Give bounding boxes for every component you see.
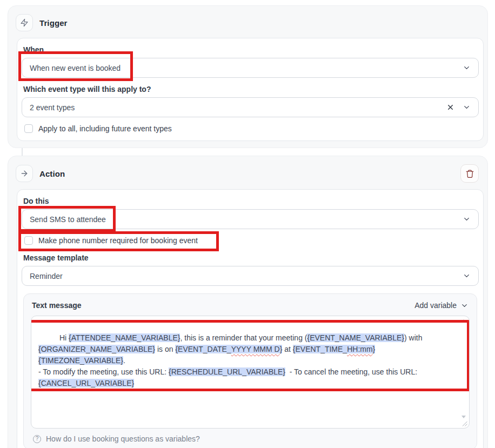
- text-message-panel: Text message Add variable Hi {ATTENDEE_N…: [23, 293, 477, 448]
- zap-icon: [20, 18, 29, 27]
- trigger-card-header: Trigger: [8, 6, 487, 38]
- resize-handle[interactable]: [462, 421, 467, 426]
- template-variable: {ATTENDEE_NAME_VARIABLE}: [69, 333, 180, 342]
- when-select-value: When new event is booked: [30, 64, 463, 72]
- message-textarea[interactable]: Hi {ATTENDEE_NAME_VARIABLE}, this is a r…: [31, 316, 470, 429]
- scrollbar-down-arrow[interactable]: [461, 416, 466, 418]
- text-message-label: Text message: [32, 301, 82, 310]
- event-type-select[interactable]: 2 event types: [22, 97, 479, 117]
- text-message-header: Text message Add variable: [31, 299, 470, 316]
- when-select[interactable]: When new event is booked: [22, 58, 479, 78]
- message-text: , this is a reminder that your meeting (: [180, 333, 307, 342]
- message-text: - To cancel the meeting, use this URL:: [285, 367, 417, 376]
- action-title: Action: [39, 169, 65, 178]
- when-label: When: [23, 45, 479, 54]
- template-label: Message template: [23, 253, 479, 262]
- add-variable-label: Add variable: [414, 301, 457, 310]
- question-circle-icon: ?: [33, 435, 41, 443]
- chevron-down-icon: [463, 272, 471, 280]
- help-link-label: How do I use booking questions as variab…: [46, 434, 200, 443]
- template-select-value: Reminder: [30, 272, 463, 280]
- event-type-label: Which event type will this apply to?: [23, 85, 479, 93]
- apply-all-row: Apply to all, including future event typ…: [22, 122, 479, 135]
- template-variable: {ORGANIZER_NAME_VARIABLE}: [38, 345, 155, 353]
- action-card: Action Do this Send SMS to attendee: [8, 156, 488, 448]
- arrow-right-icon: [20, 169, 29, 178]
- message-text: ) with: [404, 333, 422, 342]
- message-text: [375, 345, 377, 353]
- template-variable: {TIMEZONE_VARIABLE}: [38, 356, 123, 365]
- message-content: Hi {ATTENDEE_NAME_VARIABLE}, this is a r…: [38, 333, 422, 387]
- message-text: - To modify the meeting, use this URL:: [38, 367, 169, 376]
- add-variable-button[interactable]: Add variable: [414, 301, 469, 310]
- template-variable: {CANCEL_URL_VARIABLE}: [38, 379, 134, 387]
- chevron-down-icon: [460, 302, 469, 310]
- trigger-form: When When new event is booked Which even…: [17, 38, 484, 141]
- template-variable: {EVENT_NAME_VARIABLE}: [307, 333, 404, 342]
- action-card-header: Action: [8, 156, 487, 189]
- template-variable: {RESCHEDULE_URL_VARIABLE}: [169, 367, 285, 376]
- template-variable: {EVENT_TIME_HH:mm}: [293, 345, 376, 353]
- message-text: .: [123, 356, 125, 365]
- do-this-select-value: Send SMS to attendee: [30, 215, 463, 224]
- do-this-select[interactable]: Send SMS to attendee: [22, 209, 479, 229]
- workflow-editor: Trigger When When new event is booked Wh…: [0, 0, 495, 448]
- template-variable: {EVENT_DATE_YYYY MMM D}: [175, 345, 282, 353]
- chevron-down-icon: [463, 64, 471, 72]
- trigger-badge: [16, 14, 33, 31]
- help-link[interactable]: ? How do I use booking questions as vari…: [31, 429, 470, 445]
- apply-all-checkbox[interactable]: [24, 124, 33, 133]
- card-connector-line: [22, 148, 23, 156]
- template-select[interactable]: Reminder: [22, 266, 479, 286]
- chevron-down-icon: [463, 103, 471, 111]
- do-this-label: Do this: [23, 197, 479, 205]
- chevron-down-icon: [463, 215, 471, 223]
- delete-action-button[interactable]: [460, 164, 479, 183]
- action-form: Do this Send SMS to attendee Make phone …: [17, 189, 484, 448]
- trigger-card: Trigger When When new event is booked Wh…: [8, 5, 488, 148]
- phone-required-row: Make phone number required for booking e…: [22, 234, 479, 247]
- trigger-title: Trigger: [39, 18, 68, 28]
- message-text: is on: [155, 345, 175, 353]
- apply-all-label: Apply to all, including future event typ…: [38, 124, 172, 133]
- scrollbar-up-arrow[interactable]: [461, 319, 466, 322]
- phone-required-label: Make phone number required for booking e…: [38, 236, 198, 245]
- message-text: Hi: [59, 333, 69, 342]
- clear-x-icon[interactable]: [446, 103, 454, 111]
- event-type-select-value: 2 event types: [30, 103, 446, 112]
- phone-required-checkbox[interactable]: [24, 236, 33, 245]
- action-badge: [16, 165, 33, 182]
- trash-icon: [465, 169, 474, 178]
- message-text: at: [282, 345, 292, 353]
